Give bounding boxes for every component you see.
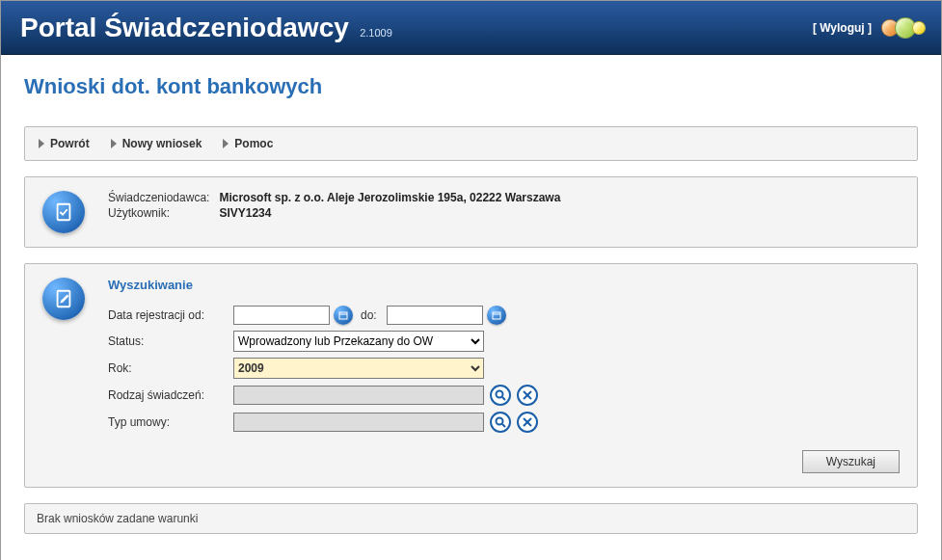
page-title: Wnioski dot. kont bankowych [24,74,918,99]
provider-value: Microsoft sp. z o.o. Aleje Jerozolimskie… [219,191,560,204]
search-icon [495,416,506,428]
benefit-type-input[interactable] [233,386,484,405]
results-empty-message: Brak wniosków zadane warunki [37,512,198,525]
nav-back-label: Powrót [50,137,90,150]
year-label: Rok: [108,361,233,375]
row-year: Rok: 2009 [108,358,900,379]
app-title: Portal Świadczeniodawcy [20,13,349,42]
svg-rect-2 [339,312,347,319]
nav-new-request-label: Nowy wniosek [122,137,202,150]
action-toolbar: Powrót Nowy wniosek Pomoc [24,126,918,161]
date-to-label: do: [361,308,377,322]
calendar-icon [492,310,501,320]
nav-back[interactable]: Powrót [39,137,90,150]
calendar-to-button[interactable] [487,306,506,325]
svg-rect-4 [493,312,500,319]
date-from-input[interactable] [233,306,330,325]
content-area: Wnioski dot. kont bankowych Powrót Nowy … [1,55,941,560]
provider-info-grid: Świadczeniodawca: Microsoft sp. z o.o. A… [108,191,560,220]
benefit-type-lookup-button[interactable] [490,385,511,406]
row-date-range: Data rejestracji od: do: [108,306,900,325]
results-panel: Brak wniosków zadane warunki [24,503,918,534]
date-from-label: Data rejestracji od: [108,308,233,322]
user-label: Użytkownik: [108,206,209,220]
chevron-right-icon [111,139,117,148]
svg-line-11 [502,424,505,427]
header-title-wrap: Portal Świadczeniodawcy 2.1009 [20,13,392,43]
header-bar: Portal Świadczeniodawcy 2.1009 [ Wyloguj… [1,1,941,55]
app-window: Portal Świadczeniodawcy 2.1009 [ Wyloguj… [0,0,942,560]
nav-new-request[interactable]: Nowy wniosek [111,137,202,150]
benefit-type-label: Rodzaj świadczeń: [108,388,233,402]
close-icon [523,390,532,400]
app-version: 2.1009 [360,27,392,39]
svg-point-6 [497,391,503,398]
status-select[interactable]: Wprowadzony lub Przekazany do OW [233,331,484,352]
row-benefit-type: Rodzaj świadczeń: [108,385,900,406]
search-title: Wyszukiwanie [108,278,900,292]
contract-type-clear-button[interactable] [517,412,538,433]
provider-info-panel: Świadczeniodawca: Microsoft sp. z o.o. A… [24,176,918,248]
row-contract-type: Typ umowy: [108,412,900,433]
calendar-from-button[interactable] [334,306,353,325]
logout-link[interactable]: [ Wyloguj ] [813,21,872,35]
logo-dots-icon [881,17,926,39]
year-select[interactable]: 2009 [233,358,484,379]
search-panel: Wyszukiwanie Data rejestracji od: do: [24,263,918,488]
edit-document-icon [42,278,85,320]
date-to-input[interactable] [387,306,483,325]
svg-point-10 [497,418,503,425]
search-form: Wyszukiwanie Data rejestracji od: do: [108,278,900,473]
svg-line-7 [502,397,505,400]
submit-row: Wyszukaj [108,450,900,473]
svg-rect-0 [58,204,70,221]
nav-help[interactable]: Pomoc [223,137,273,150]
header-right: [ Wyloguj ] [813,17,926,39]
status-label: Status: [108,334,233,348]
clipboard-check-icon [42,191,85,233]
chevron-right-icon [39,139,44,148]
benefit-type-clear-button[interactable] [517,385,538,406]
calendar-icon [338,310,348,320]
close-icon [523,417,532,427]
contract-type-input[interactable] [233,413,484,432]
contract-type-lookup-button[interactable] [490,412,511,433]
user-value: SIVY1234 [219,206,560,220]
contract-type-label: Typ umowy: [108,415,233,429]
search-button[interactable]: Wyszukaj [802,450,900,473]
nav-help-label: Pomoc [234,137,273,150]
row-status: Status: Wprowadzony lub Przekazany do OW [108,331,900,352]
chevron-right-icon [223,139,229,148]
provider-label: Świadczeniodawca: [108,191,209,204]
search-icon [495,389,506,401]
